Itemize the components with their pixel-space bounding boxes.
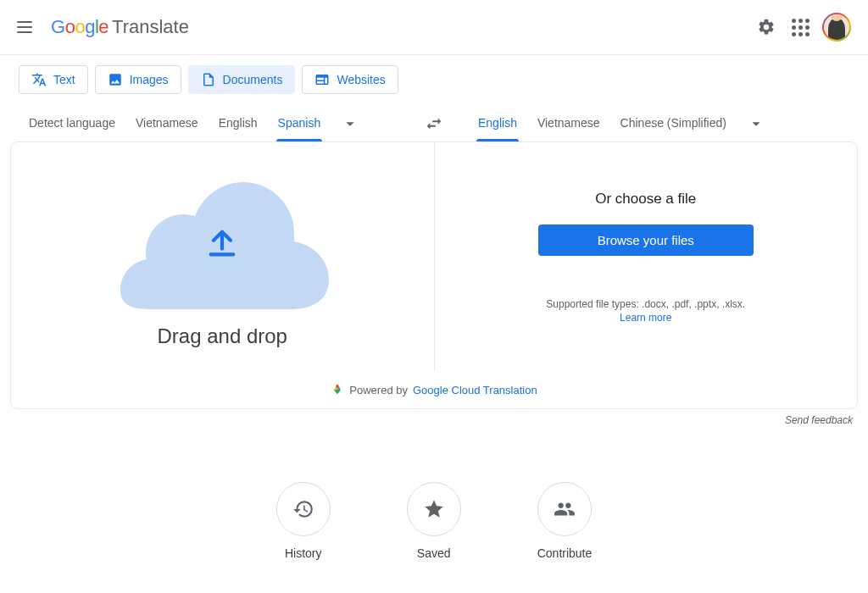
tab-documents-label: Documents [223,73,283,86]
powered-by-prefix: Powered by [349,384,408,396]
drag-drop-area[interactable]: Drag and drop [11,142,434,371]
source-lang-english[interactable]: English [209,106,268,141]
source-lang-spanish[interactable]: Spanish [268,106,331,141]
input-type-tabs: Text Images Documents Websites [0,55,868,103]
saved-button[interactable]: Saved [407,482,461,560]
drag-drop-label: Drag and drop [158,324,287,348]
swap-languages-button[interactable] [417,107,451,141]
translate-icon [31,72,47,87]
browse-files-button[interactable]: Browse your files [538,224,754,256]
account-avatar[interactable] [822,13,851,42]
target-lang-english[interactable]: English [468,106,527,141]
tab-websites-label: Websites [337,73,385,86]
image-icon [108,72,123,87]
google-cloud-translation-link[interactable]: Google Cloud Translation [413,384,537,396]
tab-text[interactable]: Text [19,65,88,94]
target-lang-vietnamese[interactable]: Vietnamese [527,106,610,141]
app-header: Google Translate [0,0,868,55]
supported-types-block: Supported file types: .docx, .pdf, .pptx… [546,298,745,324]
google-apps-button[interactable] [783,10,817,44]
saved-label: Saved [417,546,451,560]
document-icon [201,72,216,87]
target-lang-more-button[interactable] [737,108,776,140]
file-choose-area: Or choose a file Browse your files Suppo… [434,142,858,371]
settings-button[interactable] [749,10,783,44]
star-icon [423,498,445,520]
language-selection-bar: Detect language Vietnamese English Spani… [0,103,868,141]
people-icon [554,498,576,520]
translate-wordmark: Translate [112,16,189,38]
target-language-bar: English Vietnamese Chinese (Simplified) [468,106,849,141]
history-button[interactable]: History [276,482,331,560]
tab-images-label: Images [130,73,169,86]
tab-images[interactable]: Images [95,65,181,94]
google-wordmark: Google [51,16,108,38]
supported-types-label: Supported file types: .docx, .pdf, .pptx… [546,298,745,310]
tab-text-label: Text [53,73,75,86]
swap-icon [425,114,443,133]
gear-icon [757,18,776,36]
choose-file-title: Or choose a file [595,191,696,208]
contribute-label: Contribute [537,546,593,560]
source-lang-vietnamese[interactable]: Vietnamese [125,106,209,141]
source-language-bar: Detect language Vietnamese English Spani… [19,106,400,141]
google-translate-logo[interactable]: Google Translate [51,16,189,38]
apps-grid-icon [792,19,810,36]
history-label: History [285,546,322,560]
tab-websites[interactable]: Websites [302,65,398,94]
contribute-button[interactable]: Contribute [537,482,593,560]
chevron-down-icon [747,114,765,133]
target-lang-chinese[interactable]: Chinese (Simplified) [610,106,737,141]
document-upload-panel: Drag and drop Or choose a file Browse yo… [10,141,858,409]
learn-more-link[interactable]: Learn more [546,312,745,324]
tab-documents[interactable]: Documents [188,65,296,94]
google-cloud-icon [331,383,344,396]
chevron-down-icon [341,114,359,133]
website-icon [314,72,330,87]
main-menu-button[interactable] [17,17,37,37]
source-lang-more-button[interactable] [331,108,370,140]
send-feedback-link[interactable]: Send feedback [0,409,868,431]
powered-by-row: Powered by Google Cloud Translation [11,371,857,408]
upload-arrow-icon [205,226,239,260]
source-lang-detect[interactable]: Detect language [19,106,125,141]
history-icon [292,498,314,520]
bottom-actions-row: History Saved Contribute [0,482,868,560]
cloud-upload-illustration [103,165,341,309]
